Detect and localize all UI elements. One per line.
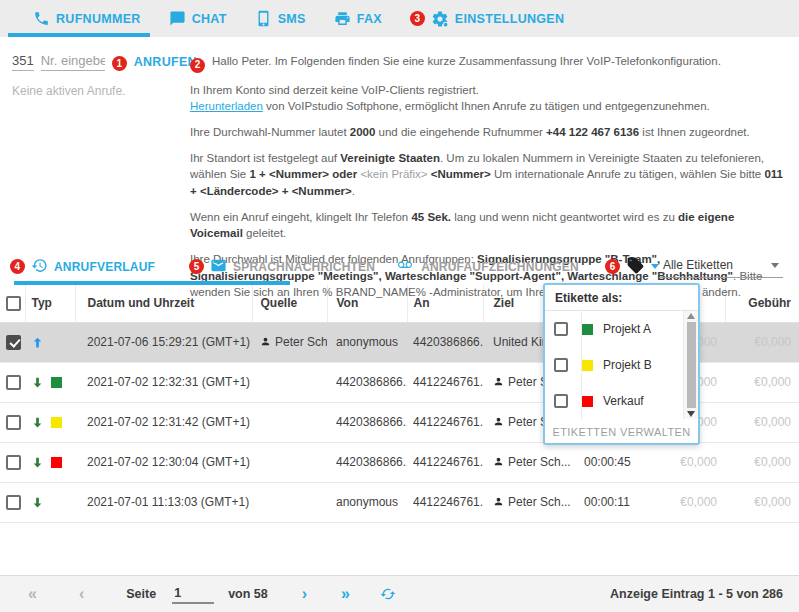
cell-gebuehr: €0,000 [725, 402, 799, 442]
cell-datetime: 2021-07-02 12:31:42 (GMT+1) [75, 402, 252, 442]
incoming-call-icon [31, 456, 44, 469]
envelope-icon [210, 257, 227, 277]
nav-tab-fax[interactable]: FAX [334, 10, 382, 27]
nav-tab-rufnummer[interactable]: RUFNUMMER [33, 10, 141, 27]
label-option[interactable]: Verkauf [545, 383, 683, 419]
select-all-checkbox[interactable] [6, 296, 21, 311]
column-header-typ[interactable]: Typ [25, 285, 75, 322]
tab-label: ANRUFVERLAUF [54, 260, 155, 274]
label-color-swatch [51, 497, 62, 508]
popup-scrollbar[interactable] [683, 311, 698, 419]
tab-anrufaufzeichnungen[interactable]: ANRUFAUFZEICHNUNGEN [395, 258, 579, 275]
call-type-icons [31, 496, 75, 509]
summary-paragraph: In Ihrem Konto sind derzeit keine VoIP-C… [190, 82, 785, 115]
label-filter-value: Alle Etiketten [663, 258, 733, 272]
cell-kosten: €0,000 [660, 442, 725, 482]
person-icon [493, 376, 504, 390]
nav-tab-chat[interactable]: CHAT [169, 10, 227, 27]
label-color-swatch [51, 417, 62, 428]
nav-tab-label: CHAT [192, 12, 227, 26]
label-name: Projekt A [603, 322, 651, 336]
cell-von: anonymous [327, 322, 407, 362]
chevron-down-icon [651, 264, 659, 269]
scroll-down-icon[interactable] [687, 411, 695, 417]
entries-info: Anzeige Eintrag 1 - 5 von 286 [610, 587, 783, 601]
step-badge-6: 6 [605, 259, 620, 274]
cell-datetime: 2021-07-02 12:32:31 (GMT+1) [75, 362, 252, 402]
table-row[interactable]: 2021-07-02 12:30:04 (GMT+1) 4420386866..… [0, 442, 799, 482]
download-link[interactable]: Herunterladen [190, 100, 263, 112]
cell-von: 4420386866... [327, 442, 407, 482]
cell-von: 4420386866... [327, 362, 407, 402]
step-badge-3: 3 [410, 11, 425, 26]
nav-tab-sms[interactable]: SMS [255, 10, 306, 27]
step-badge-1: 1 [112, 56, 127, 71]
label-checkbox[interactable] [554, 394, 568, 408]
label-filter-select[interactable]: Alle Etiketten [659, 255, 783, 278]
call-button[interactable]: ANRUFEN [134, 55, 197, 71]
table-row[interactable]: 2021-07-01 11:13:03 (GMT+1) anonymous 44… [0, 482, 799, 522]
tab-sprachnachrichten[interactable]: 5 SPRACHNACHRICHTEN [189, 257, 375, 277]
cell-gebuehr: €0,000 [725, 362, 799, 402]
active-nav-indicator [8, 33, 150, 37]
cell-an: 4412246761... [407, 482, 483, 522]
label-option[interactable]: Projekt A [545, 311, 683, 347]
row-checkbox[interactable] [6, 495, 21, 510]
call-type-icons [31, 336, 75, 349]
label-color-swatch [582, 360, 593, 371]
history-icon [31, 257, 48, 277]
first-page-button[interactable]: « [22, 584, 43, 604]
label-name: Verkauf [603, 394, 644, 408]
summary-paragraph: Ihre Durchwahl-Nummer lautet 2000 und di… [190, 124, 785, 141]
row-checkbox[interactable] [6, 375, 21, 390]
label-checkbox[interactable] [554, 322, 568, 336]
label-option[interactable]: Projekt B [545, 347, 683, 383]
summary-section: 351 1 ANRUFEN Keine aktiven Anrufe. 2Hal… [0, 37, 799, 248]
chevron-down-icon [771, 263, 779, 268]
outgoing-call-icon [31, 336, 44, 349]
cell-an: 4412246761... [407, 402, 483, 442]
refresh-icon[interactable] [380, 586, 396, 602]
label-color-swatch [51, 337, 62, 348]
cell-an: 4412246761... [407, 362, 483, 402]
page-input[interactable] [172, 584, 214, 604]
call-type-icons [31, 456, 75, 469]
row-checkbox[interactable] [6, 335, 21, 350]
number-input[interactable] [41, 53, 105, 71]
label-name: Projekt B [603, 358, 652, 372]
cell-gebuehr: €0,000 [725, 442, 799, 482]
prev-page-button[interactable]: ‹ [73, 584, 90, 604]
label-filter-button[interactable]: 6 [605, 256, 659, 278]
label-checkbox[interactable] [554, 358, 568, 372]
page-label: Seite [126, 587, 156, 601]
tab-label: ANRUFAUFZEICHNUNGEN [421, 260, 579, 274]
next-page-button[interactable]: › [296, 584, 313, 604]
chat-icon [169, 10, 186, 27]
cell-gebuehr: €0,000 [725, 482, 799, 522]
row-checkbox[interactable] [6, 455, 21, 470]
incoming-call-icon [31, 416, 44, 429]
tab-label: SPRACHNACHRICHTEN [233, 260, 375, 274]
nav-tab-einstellungen[interactable]: 3 EINSTELLUNGEN [410, 10, 564, 28]
cell-ziel: Peter Sch... [508, 455, 570, 469]
scroll-up-icon[interactable] [687, 313, 695, 319]
summary-paragraph: 2Hallo Peter. Im Folgenden finden Sie ei… [190, 53, 785, 73]
row-checkbox[interactable] [6, 415, 21, 430]
manage-labels-button[interactable]: ETIKETTEN VERWALTEN [545, 419, 698, 446]
step-badge-4: 4 [10, 259, 25, 274]
history-tabs: 4 ANRUFVERLAUF 5 SPRACHNACHRICHTEN ANRUF… [0, 248, 799, 285]
nav-tab-label: SMS [278, 12, 306, 26]
label-color-swatch [582, 324, 593, 335]
top-navigation: RUFNUMMER CHAT SMS FAX 3 EINSTELLUNGEN [0, 0, 799, 37]
tab-anrufverlauf[interactable]: 4 ANRUFVERLAUF [10, 257, 155, 277]
phone-icon [33, 10, 50, 27]
last-page-button[interactable]: » [335, 584, 356, 604]
dial-prefix-select[interactable]: 351 [12, 53, 34, 71]
person-icon [493, 496, 504, 510]
cell-an: 4412246761... [407, 442, 483, 482]
person-icon [260, 336, 271, 350]
page-count-label: von 58 [228, 587, 268, 601]
scroll-thumb[interactable] [687, 322, 696, 408]
cell-dauer: 00:00:45 [570, 442, 660, 482]
label-color-swatch [51, 457, 62, 468]
